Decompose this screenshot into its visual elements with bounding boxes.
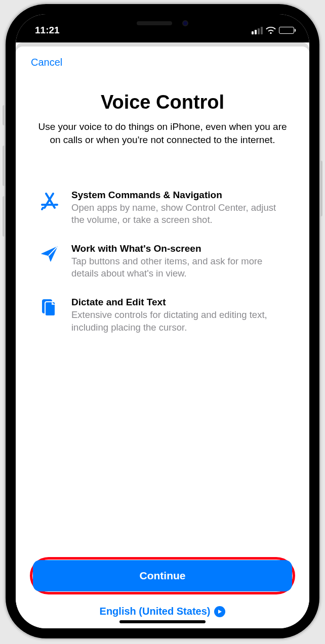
silent-switch xyxy=(3,105,6,125)
svg-line-4 xyxy=(42,208,43,209)
continue-button[interactable]: Continue xyxy=(33,560,292,591)
language-label: English (United States) xyxy=(100,606,211,617)
bottom-actions: Continue English (United States) xyxy=(30,557,295,628)
language-button[interactable]: English (United States) xyxy=(30,606,295,617)
paper-plane-icon xyxy=(39,243,60,263)
cancel-button[interactable]: Cancel xyxy=(30,54,295,78)
highlight-ring: Continue xyxy=(30,557,295,594)
front-camera xyxy=(182,20,188,26)
notch xyxy=(97,14,228,32)
volume-up-button xyxy=(3,146,6,186)
volume-down-button xyxy=(3,196,6,237)
app-store-icon xyxy=(39,190,60,211)
speaker-grille xyxy=(137,21,172,25)
feature-title: Work with What's On-screen xyxy=(71,243,291,254)
documents-icon xyxy=(39,297,60,318)
battery-icon xyxy=(279,27,294,34)
feature-title: System Commands & Navigation xyxy=(71,190,291,201)
feature-desc: Open apps by name, show Control Center, … xyxy=(71,202,291,226)
side-button xyxy=(319,161,322,216)
feature-dictate: Dictate and Edit Text Extensive controls… xyxy=(39,297,291,333)
feature-desc: Extensive controls for dictating and edi… xyxy=(71,309,291,333)
screen: 11:21 Cancel Voice Control Use your voic… xyxy=(16,14,309,628)
feature-desc: Tap buttons and other items, and ask for… xyxy=(71,255,291,280)
feature-onscreen: Work with What's On-screen Tap buttons a… xyxy=(39,243,291,280)
status-time: 11:21 xyxy=(35,25,60,36)
device-frame: 11:21 Cancel Voice Control Use your voic… xyxy=(6,4,319,638)
home-indicator[interactable] xyxy=(119,620,206,623)
wifi-icon xyxy=(266,27,276,34)
feature-title: Dictate and Edit Text xyxy=(71,297,291,308)
modal-sheet: Cancel Voice Control Use your voice to d… xyxy=(16,47,309,628)
feature-list: System Commands & Navigation Open apps b… xyxy=(30,190,295,333)
feature-system-commands: System Commands & Navigation Open apps b… xyxy=(39,190,291,226)
play-circle-icon xyxy=(214,606,225,617)
status-indicators xyxy=(252,27,294,34)
page-title: Voice Control xyxy=(30,91,295,113)
cellular-signal-icon xyxy=(252,27,263,34)
page-subtitle: Use your voice to do things on iPhone, e… xyxy=(30,120,295,146)
